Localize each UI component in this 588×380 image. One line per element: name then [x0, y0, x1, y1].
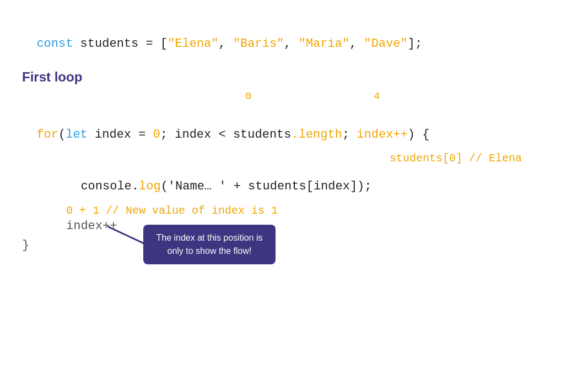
let-keyword: let: [66, 128, 88, 142]
const-keyword: const: [36, 37, 73, 51]
string-baris: "Baris": [233, 37, 284, 51]
students-annotation: students[0] // Elena: [22, 152, 566, 165]
tooltip-box: The index at this position is only to sh…: [143, 225, 276, 264]
top-code-line: const students = ["Elena", "Baris", "Mar…: [22, 17, 566, 53]
string-elena: "Elena": [168, 37, 218, 51]
console-log-line: console.log('Name… ' + students[index]);: [22, 166, 566, 193]
for-keyword: for: [36, 128, 58, 142]
first-loop-heading: First loop: [22, 69, 566, 85]
four-annotation: 4: [374, 90, 380, 102]
string-dave: "Dave": [364, 37, 408, 51]
dot-length: .length: [292, 128, 342, 142]
increment-wrapper: index++ The index at this position is on…: [22, 219, 566, 233]
index-increment-header: index++: [357, 128, 407, 142]
closing-brace: }: [22, 238, 566, 252]
log-method: log: [139, 180, 161, 193]
for-loop-line: for(let index = 0; index < students.leng…: [22, 106, 566, 144]
init-zero: 0: [153, 128, 160, 142]
for-loop-numbers: 0 4: [22, 90, 566, 106]
increment-comment: 0 + 1 // New value of index is 1: [22, 204, 566, 217]
var-declaration: students = [: [73, 37, 168, 51]
index-increment-line: index++: [22, 219, 117, 233]
zero-annotation: 0: [245, 90, 251, 102]
string-maria: "Maria": [299, 37, 349, 51]
